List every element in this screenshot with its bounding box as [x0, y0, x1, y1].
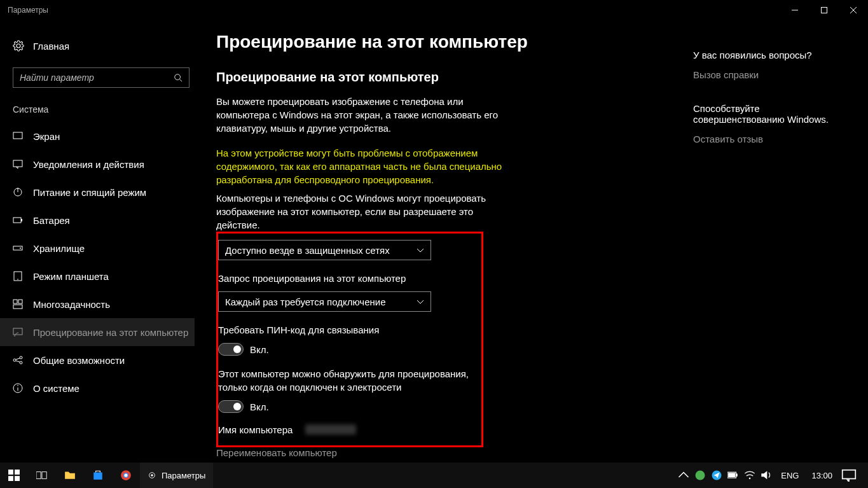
svg-rect-28 [8, 470, 13, 475]
tray-volume-icon[interactable] [761, 470, 772, 481]
tray-app-icon[interactable] [694, 470, 706, 481]
svg-rect-31 [15, 476, 20, 481]
tray-clock[interactable]: 13:00 [808, 471, 836, 480]
svg-rect-18 [13, 305, 22, 309]
right-panel: У вас появились вопросы? Вызов справки С… [693, 32, 833, 463]
sidebar-item-about[interactable]: О системе [0, 374, 195, 402]
svg-point-37 [124, 473, 127, 477]
sidebar-item-label: Уведомления и действия [33, 159, 144, 170]
svg-rect-34 [93, 473, 102, 480]
chevron-down-icon [417, 246, 424, 254]
svg-point-20 [13, 359, 16, 361]
svg-rect-43 [736, 474, 738, 477]
tray-telegram-icon[interactable] [711, 470, 722, 481]
svg-rect-29 [15, 470, 20, 475]
power-toggle-state: Вкл. [250, 401, 269, 412]
windows-icon [8, 470, 20, 481]
power-label: Этот компьютер можно обнаружить для прое… [218, 367, 472, 394]
sidebar-item-label: Экран [33, 131, 60, 142]
home-button[interactable]: Главная [13, 33, 197, 59]
chrome-icon [120, 470, 132, 481]
sidebar-item-label: Режим планшета [33, 271, 109, 282]
svg-line-23 [16, 358, 20, 359]
feedback-link[interactable]: Оставить отзыв [693, 134, 833, 144]
power-icon [13, 187, 23, 197]
window-title: Параметры [8, 6, 48, 15]
tray-language[interactable]: ENG [777, 471, 803, 480]
svg-point-27 [17, 385, 18, 386]
ask-dropdown[interactable]: Каждый раз требуется подключение [218, 291, 431, 312]
window-controls [780, 0, 868, 20]
store-icon [92, 470, 104, 481]
power-toggle[interactable] [218, 400, 244, 413]
start-button[interactable] [0, 463, 28, 488]
dropdown-value: Доступно везде в защищенных сетях [225, 245, 390, 256]
chrome-button[interactable] [112, 463, 140, 488]
pin-toggle-state: Вкл. [250, 344, 269, 355]
sidebar-item-power[interactable]: Питание и спящий режим [0, 178, 195, 206]
pc-name-label: Имя компьютера [218, 424, 293, 435]
sidebar-item-label: Хранилище [33, 243, 85, 254]
svg-point-39 [151, 474, 153, 477]
storage-icon [13, 243, 23, 253]
maximize-button[interactable] [809, 0, 839, 20]
rename-pc-link[interactable]: Переименовать компьютер [216, 447, 661, 458]
page-subheading: Проецирование на этот компьютер [216, 70, 661, 85]
sidebar-item-tablet[interactable]: Режим планшета [0, 262, 195, 290]
tray-wifi-icon[interactable] [744, 470, 755, 481]
help-link[interactable]: Вызов справки [693, 69, 833, 80]
sidebar-item-shared[interactable]: Общие возможности [0, 346, 195, 374]
help-heading: У вас появились вопросы? [693, 50, 833, 60]
show-desktop-button[interactable] [862, 463, 865, 488]
taskbar-app-label: Параметры [162, 471, 205, 480]
sidebar-item-label: О системе [33, 383, 79, 394]
sidebar-item-storage[interactable]: Хранилище [0, 234, 195, 262]
sidebar-item-label: Общие возможности [33, 355, 125, 366]
notify-icon [13, 159, 23, 169]
svg-line-5 [180, 80, 183, 82]
svg-rect-6 [13, 132, 22, 139]
folder-icon [64, 470, 76, 481]
svg-rect-30 [8, 476, 13, 481]
home-label: Главная [33, 41, 69, 52]
sidebar-item-label: Многозадачность [33, 299, 110, 310]
search-input-wrapper[interactable] [13, 67, 189, 88]
search-input[interactable] [20, 73, 172, 83]
availability-dropdown[interactable]: Доступно везде в защищенных сетях [218, 240, 431, 260]
sidebar-item-multitasking[interactable]: Многозадачность [0, 290, 195, 318]
sidebar-item-display[interactable]: Экран [0, 122, 195, 150]
sidebar-item-label: Проецирование на этот компьютер [33, 327, 188, 338]
warning-text: На этом устройстве могут быть проблемы с… [216, 146, 509, 186]
svg-rect-11 [21, 219, 22, 221]
sidebar-item-notifications[interactable]: Уведомления и действия [0, 150, 195, 178]
minimize-button[interactable] [780, 0, 809, 20]
close-button[interactable] [839, 0, 868, 20]
project-icon [13, 327, 23, 337]
sidebar-section-title: Система [13, 104, 197, 115]
pin-toggle[interactable] [218, 343, 244, 356]
highlight-box: Доступно везде в защищенных сетях Запрос… [216, 232, 483, 447]
svg-point-4 [175, 74, 181, 80]
sidebar-item-projecting[interactable]: Проецирование на этот компьютер [0, 318, 195, 346]
dropdown-value: Каждый раз требуется подключение [225, 296, 386, 307]
tray-battery-icon[interactable] [727, 470, 739, 481]
taskview-button[interactable] [28, 463, 56, 488]
settings-taskbar-button[interactable]: Параметры [140, 463, 213, 488]
explorer-button[interactable] [56, 463, 84, 488]
svg-point-21 [20, 356, 22, 359]
search-icon [174, 73, 183, 82]
tray-action-center[interactable] [841, 470, 857, 481]
tray-overflow-button[interactable] [678, 470, 689, 481]
taskview-icon [36, 470, 48, 481]
svg-rect-1 [822, 8, 827, 13]
sidebar-item-battery[interactable]: Батарея [0, 206, 195, 234]
sidebar-item-label: Питание и спящий режим [33, 187, 146, 198]
store-button[interactable] [84, 463, 112, 488]
taskbar: Параметры ENG 13:00 [0, 463, 868, 488]
shared-icon [13, 355, 23, 365]
svg-rect-16 [13, 300, 17, 303]
about-icon [13, 383, 23, 393]
svg-point-15 [17, 279, 18, 280]
svg-point-13 [20, 247, 21, 249]
gear-icon [13, 40, 24, 52]
